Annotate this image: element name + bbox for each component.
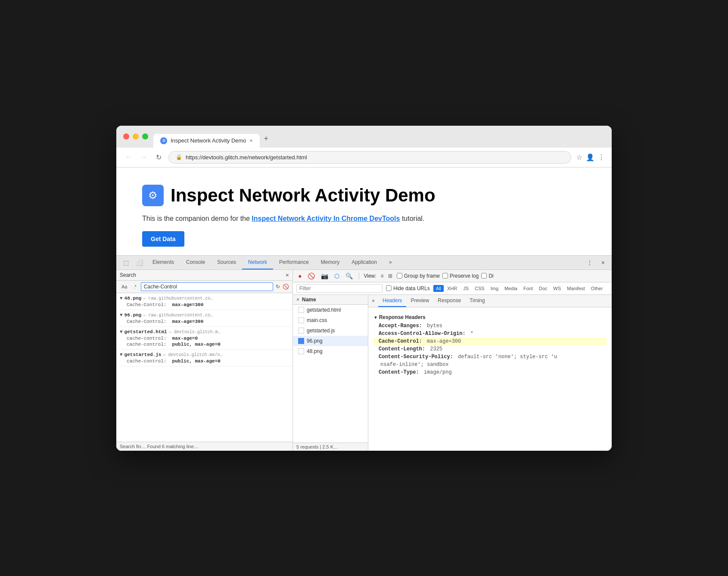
filter-input[interactable] <box>296 284 383 293</box>
header-access-control: Access-Control-Allow-Origin: * <box>373 330 607 338</box>
file-item-96png[interactable]: 96.png <box>293 336 368 346</box>
search-refresh-button[interactable]: ↻ <box>276 284 280 290</box>
url-bar[interactable]: 🔒 https://devtools.glitch.me/network/get… <box>168 151 571 164</box>
new-tab-button[interactable]: + <box>261 131 272 148</box>
list-view-button[interactable]: ≡ <box>379 272 386 280</box>
result-source: — devtools.glitch.m… <box>169 330 221 334</box>
search-match[interactable]: cache-control: public, max-age=0 <box>116 358 292 364</box>
view-buttons: ≡ ⊞ <box>379 272 394 280</box>
page-description: This is the companion demo for the Inspe… <box>142 215 586 223</box>
file-item-main-css[interactable]: main.css <box>293 315 368 325</box>
tab-elements[interactable]: Elements <box>146 256 180 269</box>
headers-close-button[interactable]: × <box>372 298 375 304</box>
filter-font[interactable]: Font <box>521 285 535 292</box>
file-item-48png[interactable]: 48.png <box>293 346 368 356</box>
devtools-more-icon[interactable]: ⋮ <box>583 256 596 269</box>
hide-data-urls-option: Hide data URLs <box>386 285 430 291</box>
tab-favicon: ⚙ <box>160 137 167 144</box>
result-source: — raw.githubusercontent.co… <box>143 313 213 318</box>
tab-memory[interactable]: Memory <box>315 256 345 269</box>
minimize-button[interactable] <box>133 133 139 139</box>
result-source: — raw.githubusercontent.co… <box>143 296 213 301</box>
disable-cache-checkbox[interactable] <box>481 273 487 279</box>
filter-manifest[interactable]: Manifest <box>564 285 588 292</box>
get-data-button[interactable]: Get Data <box>142 231 184 247</box>
stop-button[interactable]: 🚫 <box>306 272 317 280</box>
menu-icon[interactable]: ⋮ <box>598 153 605 161</box>
tab-response[interactable]: Response <box>433 295 465 307</box>
filter-button[interactable]: ⬡ <box>333 272 341 280</box>
group-by-frame-checkbox[interactable] <box>397 273 402 279</box>
url-actions: ☆ 👤 ⋮ <box>576 153 605 161</box>
devtools-device-icon[interactable]: ⬜ <box>132 256 146 269</box>
hide-data-urls-checkbox[interactable] <box>386 285 392 291</box>
filter-img[interactable]: Img <box>488 285 501 292</box>
file-icon <box>298 317 304 323</box>
devtools-actions: ⋮ × <box>583 256 608 269</box>
back-button[interactable]: ← <box>123 152 134 163</box>
grid-view-button[interactable]: ⊞ <box>386 272 394 280</box>
disable-cache-label: Di <box>488 273 493 279</box>
screenshot-button[interactable]: 📷 <box>319 272 330 280</box>
record-button[interactable]: ● <box>296 272 303 280</box>
star-icon[interactable]: ☆ <box>576 153 582 161</box>
devtools-cursor-icon[interactable]: ⬚ <box>120 256 132 269</box>
network-status-bar: 5 requests | 2.5 K… <box>293 443 368 451</box>
tab-sources[interactable]: Sources <box>211 256 242 269</box>
search-match[interactable]: cache-control: public, max-age=0 <box>116 341 292 347</box>
preserve-log-checkbox[interactable] <box>442 273 448 279</box>
reload-button[interactable]: ↻ <box>154 152 163 163</box>
tab-console[interactable]: Console <box>180 256 211 269</box>
header-content-length: Content-Length: 2325 <box>373 345 607 353</box>
address-bar: ← → ↻ 🔒 https://devtools.glitch.me/netwo… <box>116 148 612 167</box>
search-button[interactable]: 🔍 <box>344 272 355 280</box>
tab-timing[interactable]: Timing <box>465 295 489 307</box>
devtools-tabbar: ⬚ ⬜ Elements Console Sources Network Per… <box>116 256 612 270</box>
avatar-icon[interactable]: 👤 <box>586 153 594 161</box>
file-name: 48.png <box>307 348 323 354</box>
tab-application[interactable]: Application <box>345 256 383 269</box>
file-list-close-button[interactable]: × <box>296 297 299 303</box>
filter-all[interactable]: All <box>433 285 444 292</box>
maximize-button[interactable] <box>142 133 148 139</box>
search-match[interactable]: Cache-Control: max-age=300 <box>116 319 292 325</box>
search-match[interactable]: cache-control: max-age=0 <box>116 335 292 341</box>
search-match[interactable]: Cache-Control: max-age=300 <box>116 302 292 308</box>
file-list-header: × Name <box>293 295 368 305</box>
filter-xhr[interactable]: XHR <box>445 285 460 292</box>
search-header: Search × <box>116 270 292 281</box>
forward-button[interactable]: → <box>139 152 149 163</box>
response-headers-title: Response Headers <box>373 314 607 320</box>
filter-js[interactable]: JS <box>460 285 471 292</box>
search-cancel-button[interactable]: 🚫 <box>283 284 289 290</box>
result-name: 48.png <box>124 296 142 301</box>
search-close-button[interactable]: × <box>286 272 289 279</box>
filter-doc[interactable]: Doc <box>536 285 550 292</box>
tab-preview[interactable]: Preview <box>406 295 433 307</box>
file-item-getstarted-html[interactable]: getstarted.html <box>293 305 368 315</box>
close-button[interactable] <box>123 133 129 139</box>
tab-performance[interactable]: Performance <box>273 256 315 269</box>
search-input[interactable] <box>141 282 273 291</box>
traffic-lights <box>123 133 148 145</box>
network-toolbar: ● 🚫 📷 ⬡ 🔍 View: ≡ ⊞ Group by frame <box>293 270 612 282</box>
match-case-button[interactable]: Aa <box>120 283 129 290</box>
tab-close-icon[interactable]: × <box>250 138 253 144</box>
preserve-log-option: Preserve log <box>442 273 479 279</box>
result-name: getstarted.js <box>124 352 162 357</box>
regex-button[interactable]: .* <box>131 283 138 290</box>
tab-network[interactable]: Network <box>242 256 273 269</box>
filter-other[interactable]: Other <box>588 285 606 292</box>
active-tab[interactable]: ⚙ Inspect Network Activity Demo × <box>153 134 260 148</box>
filter-type-buttons: All XHR JS CSS Img Media Font Doc WS Man… <box>433 285 606 292</box>
tab-more[interactable]: » <box>383 256 398 269</box>
arrow-icon: ▼ <box>120 296 123 301</box>
header-accept-ranges: Accept-Ranges: bytes <box>373 322 607 330</box>
file-item-getstarted-js[interactable]: getstarted.js <box>293 325 368 336</box>
filter-media[interactable]: Media <box>502 285 520 292</box>
tab-headers[interactable]: Headers <box>378 295 406 307</box>
filter-css[interactable]: CSS <box>472 285 487 292</box>
filter-ws[interactable]: WS <box>551 285 564 292</box>
devtools-close-icon[interactable]: × <box>598 256 608 269</box>
tutorial-link[interactable]: Inspect Network Activity In Chrome DevTo… <box>252 215 400 222</box>
